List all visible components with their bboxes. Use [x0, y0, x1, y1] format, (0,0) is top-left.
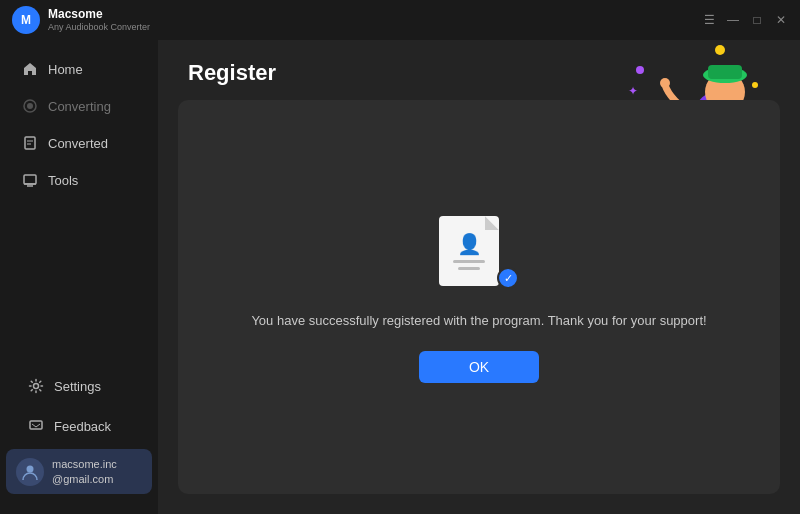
- sidebar-item-settings[interactable]: Settings: [12, 368, 146, 404]
- document-icon: 👤: [439, 216, 499, 286]
- sidebar-nav: Home Converting: [0, 50, 158, 359]
- app-identity: M Macsome Any Audiobook Converter: [12, 6, 150, 34]
- sidebar-item-tools[interactable]: Tools: [6, 162, 152, 198]
- doc-corner: [485, 216, 499, 230]
- svg-rect-2: [25, 137, 35, 149]
- home-icon: [22, 61, 38, 77]
- user-name: macsome.inc: [52, 457, 117, 471]
- sidebar-item-feedback-label: Feedback: [54, 419, 111, 434]
- user-card[interactable]: macsome.inc @gmail.com: [6, 449, 152, 494]
- sidebar-item-feedback[interactable]: Feedback: [12, 408, 146, 444]
- app-name: Macsome: [48, 7, 150, 21]
- page-title: Register: [188, 60, 276, 86]
- feedback-icon: [28, 418, 44, 434]
- svg-rect-22: [708, 65, 742, 79]
- sidebar-item-converting-label: Converting: [48, 99, 111, 114]
- sidebar-item-settings-label: Settings: [54, 379, 101, 394]
- sidebar-item-converted-label: Converted: [48, 136, 108, 151]
- tools-icon: [22, 172, 38, 188]
- close-button[interactable]: ✕: [774, 13, 788, 27]
- sidebar-item-tools-label: Tools: [48, 173, 78, 188]
- svg-point-10: [27, 465, 34, 472]
- user-info: macsome.inc @gmail.com: [52, 457, 117, 486]
- user-email: @gmail.com: [52, 472, 117, 486]
- dialog-message: You have successfully registered with th…: [231, 311, 726, 331]
- check-badge: ✓: [497, 267, 519, 289]
- menu-icon[interactable]: ☰: [702, 13, 716, 27]
- app-subtitle: Any Audiobook Converter: [48, 22, 150, 33]
- maximize-button[interactable]: □: [750, 13, 764, 27]
- svg-point-23: [660, 78, 670, 88]
- svg-point-8: [34, 384, 39, 389]
- svg-text:✦: ✦: [628, 84, 638, 98]
- doc-person-icon: 👤: [457, 232, 482, 256]
- minimize-button[interactable]: —: [726, 13, 740, 27]
- svg-point-1: [27, 103, 33, 109]
- app-title-block: Macsome Any Audiobook Converter: [48, 7, 150, 32]
- titlebar: M Macsome Any Audiobook Converter ☰ — □ …: [0, 0, 800, 40]
- settings-icon: [28, 378, 44, 394]
- window-controls: ☰ — □ ✕: [702, 13, 788, 27]
- svg-rect-5: [24, 175, 36, 184]
- sidebar-item-converted[interactable]: Converted: [6, 125, 152, 161]
- sidebar-item-home[interactable]: Home: [6, 51, 152, 87]
- doc-line-2: [458, 267, 480, 270]
- doc-line-1: [453, 260, 485, 263]
- ok-button[interactable]: OK: [419, 351, 539, 383]
- user-avatar: [16, 458, 44, 486]
- main-layout: Home Converting: [0, 40, 800, 514]
- converting-icon: [22, 98, 38, 114]
- sidebar-item-converting: Converting: [6, 88, 152, 124]
- dialog-icon: 👤 ✓: [439, 211, 519, 291]
- sidebar: Home Converting: [0, 40, 158, 514]
- svg-point-12: [715, 45, 725, 55]
- content-area: Register ✦ ♪: [158, 40, 800, 514]
- sidebar-bottom: Settings Feedback: [0, 359, 158, 504]
- svg-point-11: [636, 66, 644, 74]
- register-dialog: 👤 ✓ You have successfully registered wit…: [178, 100, 780, 494]
- svg-point-13: [752, 82, 758, 88]
- sidebar-item-home-label: Home: [48, 62, 83, 77]
- svg-rect-9: [30, 421, 42, 429]
- converted-icon: [22, 135, 38, 151]
- app-logo: M: [12, 6, 40, 34]
